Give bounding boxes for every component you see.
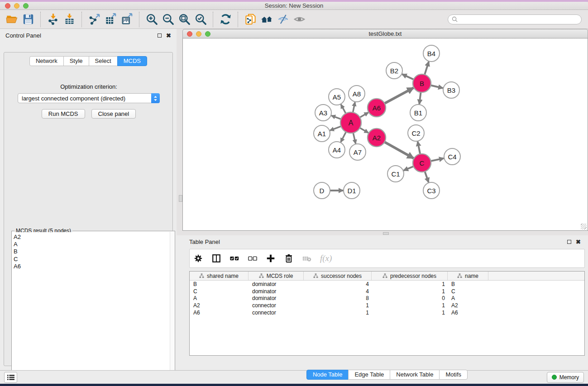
table-cell[interactable]: A2 [190,302,249,309]
tab-edge-table[interactable]: Edge Table [348,370,390,380]
table-cell[interactable]: dominator [249,281,304,288]
node-A3[interactable]: A3 [315,105,331,121]
zoom-selected-icon[interactable] [192,11,209,28]
table-row[interactable]: Bdominator41B [190,281,584,288]
node-B4[interactable]: B4 [423,45,440,62]
delete-icon[interactable] [284,252,294,265]
node-B[interactable]: B [413,74,431,92]
node-B1[interactable]: B1 [410,105,426,121]
node-A1[interactable]: A1 [314,125,330,142]
mcds-result-item[interactable]: A2 [14,234,168,241]
splitter-handle-vertical[interactable] [179,195,182,202]
column-header-predecessor-nodes[interactable]: predecessor nodes [372,272,448,280]
table-cell[interactable]: dominator [249,295,304,302]
table-cell[interactable]: B [190,281,249,288]
add-icon[interactable] [266,252,276,265]
table-cell[interactable]: B [448,281,488,288]
node-A[interactable]: A [340,112,361,133]
refresh-icon[interactable] [217,11,234,28]
delete-column-icon[interactable] [302,252,312,265]
import-network-icon[interactable] [45,11,61,28]
mcds-result-list[interactable]: A2ABCA6 [13,232,169,383]
table-row[interactable]: Cdominator41C [190,288,584,295]
search-input[interactable] [460,16,578,23]
table-cell[interactable]: 1 [304,302,372,309]
table-row[interactable]: A2connector11A2 [190,302,584,309]
tab-select[interactable]: Select [89,56,118,66]
mcds-result-scrollbar[interactable] [170,232,174,384]
node-A8[interactable]: A8 [349,86,365,102]
save-session-icon[interactable] [20,11,36,28]
table-cell[interactable]: A6 [448,309,488,316]
open-file-icon[interactable] [4,11,20,28]
node-B3[interactable]: B3 [443,82,459,98]
function-builder-icon[interactable]: f(x) [320,252,332,265]
mcds-result-item[interactable]: C [14,256,168,263]
node-C3[interactable]: C3 [423,182,440,199]
unselect-all-icon[interactable] [248,252,258,265]
splitter-handle-horizontal[interactable] [383,232,389,235]
table-cell[interactable]: A [190,295,249,302]
table-cell[interactable]: A6 [190,309,249,316]
node-C4[interactable]: C4 [444,148,460,165]
hide-selected-icon[interactable] [275,11,291,28]
table-cell[interactable]: connector [249,309,304,316]
table-cell[interactable]: 1 [372,309,448,316]
select-all-icon[interactable] [229,252,239,265]
tab-network[interactable]: Network [29,56,64,66]
float-table-panel-icon[interactable] [567,240,571,244]
import-table-icon[interactable] [61,11,77,28]
table-cell[interactable]: connector [249,302,304,309]
node-D[interactable]: D [314,182,330,199]
table-row[interactable]: Adominator80A [190,295,584,302]
tab-node-table[interactable]: Node Table [306,370,349,380]
optimization-criterion-select[interactable]: largest connected component (directed) [18,93,160,103]
close-table-panel-icon[interactable]: ✖ [576,239,581,245]
mcds-result-item[interactable]: A6 [14,263,168,270]
table-cell[interactable]: 8 [304,295,372,302]
table-cell[interactable]: A [448,295,488,302]
table-cell[interactable]: dominator [249,288,304,295]
network-window-titlebar[interactable]: testGlobe.txt [182,29,588,38]
column-header-MCDS-role[interactable]: MCDS role [249,272,304,280]
column-view-icon[interactable] [211,252,221,265]
node-C1[interactable]: C1 [387,166,404,182]
table-cell[interactable]: C [448,288,488,295]
mcds-result-item[interactable]: B [14,248,168,255]
column-header-shared-name[interactable]: shared name [190,272,249,280]
network-graph[interactable]: AA6A2BCA1A3A4A5A7A8B1B2B3B4C1C2C3C4DD1 [183,38,588,230]
table-cell[interactable]: A2 [448,302,488,309]
export-network-icon[interactable] [86,11,102,28]
zoom-out-icon[interactable] [160,11,176,28]
first-neighbors-icon[interactable] [258,11,275,28]
network-canvas[interactable]: AA6A2BCA1A3A4A5A7A8B1B2B3B4C1C2C3C4DD1 [182,38,588,231]
node-A5[interactable]: A5 [329,89,345,105]
gear-icon[interactable] [193,252,203,265]
node-C[interactable]: C [413,154,431,172]
run-mcds-button[interactable]: Run MCDS [42,109,85,119]
tab-network-table[interactable]: Network Table [390,370,440,380]
node-D1[interactable]: D1 [344,182,360,199]
zoom-fit-icon[interactable] [176,11,192,28]
tab-mcds[interactable]: MCDS [117,56,147,66]
show-all-icon[interactable] [291,11,307,28]
export-table-icon[interactable] [102,11,119,28]
task-history-button[interactable] [4,372,17,383]
table-cell[interactable]: 1 [372,288,448,295]
new-network-from-selection-icon[interactable] [242,11,258,28]
close-panel-button[interactable]: Close panel [91,109,136,119]
resize-grip-icon[interactable] [581,224,587,229]
table-cell[interactable]: 4 [304,281,372,288]
table-cell[interactable]: C [190,288,249,295]
node-B2[interactable]: B2 [386,62,402,79]
node-A7[interactable]: A7 [349,144,366,160]
tab-style[interactable]: Style [63,56,89,66]
column-header-name[interactable]: name [448,272,488,280]
table-cell[interactable]: 1 [372,281,448,288]
float-panel-icon[interactable] [158,33,162,38]
table-cell[interactable]: 1 [304,309,372,316]
toolbar-search[interactable] [448,14,582,24]
table-row[interactable]: A6connector11A6 [190,309,584,316]
zoom-in-icon[interactable] [143,11,160,28]
mcds-result-item[interactable]: A [14,241,168,248]
